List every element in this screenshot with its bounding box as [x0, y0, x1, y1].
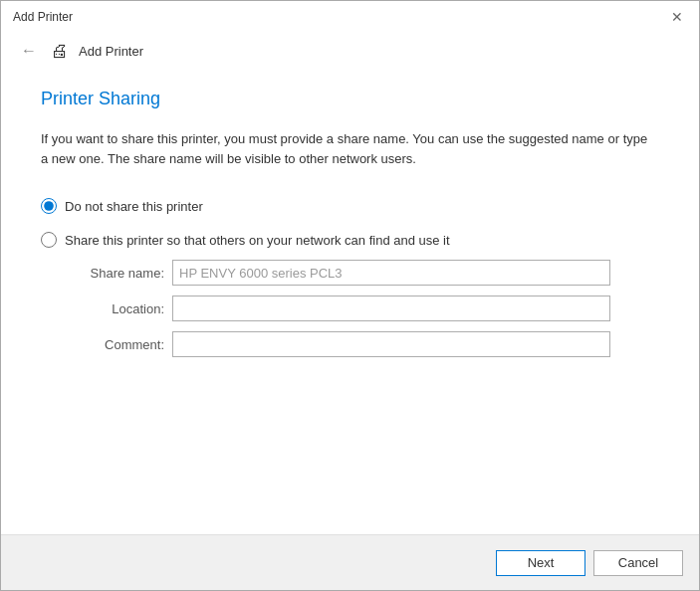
printer-icon: 🖨 — [51, 41, 69, 62]
close-button[interactable]: ✕ — [663, 3, 691, 31]
back-button[interactable]: ← — [17, 39, 41, 63]
radio-no-share[interactable] — [41, 198, 57, 214]
radio-label-1: Do not share this printer — [65, 199, 203, 214]
section-title: Printer Sharing — [41, 89, 659, 109]
content-area: Printer Sharing If you want to share thi… — [1, 69, 699, 534]
footer: Next Cancel — [1, 534, 699, 590]
comment-input[interactable] — [172, 331, 610, 357]
share-name-input[interactable] — [172, 260, 610, 286]
nav-title: Add Printer — [79, 44, 143, 59]
radio-option-2[interactable]: Share this printer so that others on you… — [41, 232, 659, 248]
title-bar-left: Add Printer — [13, 10, 73, 24]
location-label: Location: — [65, 301, 164, 316]
comment-row: Comment: — [65, 331, 659, 357]
location-row: Location: — [65, 296, 659, 321]
share-name-label: Share name: — [65, 266, 164, 281]
title-bar-title: Add Printer — [13, 10, 73, 24]
description-text: If you want to share this printer, you m… — [41, 129, 658, 168]
close-icon: ✕ — [671, 9, 683, 25]
add-printer-window: Add Printer ✕ ← 🖨 Add Printer Printer Sh… — [0, 0, 700, 591]
radio-option-2-container: Share this printer so that others on you… — [41, 232, 659, 357]
nav-bar: ← 🖨 Add Printer — [1, 33, 699, 69]
radio-share[interactable] — [41, 232, 57, 248]
radio-group: Do not share this printer Share this pri… — [41, 198, 659, 357]
radio-label-2: Share this printer so that others on you… — [65, 233, 450, 248]
location-input[interactable] — [172, 296, 610, 321]
cancel-button[interactable]: Cancel — [593, 550, 683, 576]
radio-option-1[interactable]: Do not share this printer — [41, 198, 659, 214]
share-name-row: Share name: — [65, 260, 659, 286]
comment-label: Comment: — [65, 337, 164, 352]
share-fields: Share name: Location: Comment: — [65, 260, 659, 357]
next-button[interactable]: Next — [496, 550, 585, 576]
back-icon: ← — [21, 42, 37, 60]
title-bar: Add Printer ✕ — [1, 1, 699, 33]
